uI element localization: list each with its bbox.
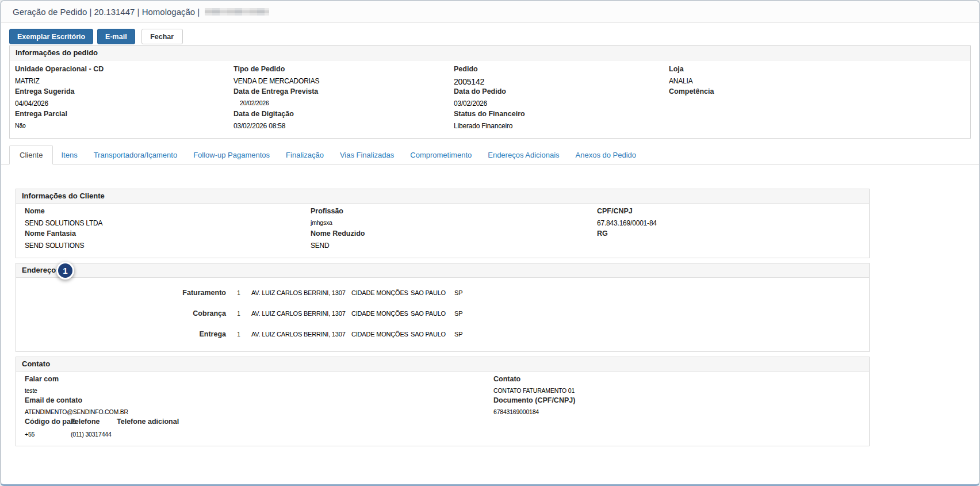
- addresses-panel: Endereços 1 Faturamento 1 AV. LUIZ CARLO…: [16, 263, 870, 352]
- tab-vias-finalizadas[interactable]: Vias Finalizadas: [332, 146, 402, 164]
- addresses-title: Endereços: [22, 266, 60, 274]
- address-state: SP: [454, 289, 477, 296]
- address-street: AV. LUIZ CARLOS BERRINI, 1307: [251, 331, 351, 338]
- app-window: Geração de Pedido | 20.131447 | Homologa…: [0, 0, 980, 486]
- tab-follow-up-pagamentos[interactable]: Follow-up Pagamentos: [185, 146, 278, 164]
- falar-com-value: teste: [25, 387, 493, 394]
- field-value: jmhgsxa: [311, 219, 597, 226]
- address-district: CIDADE MONÇÕES: [351, 289, 411, 296]
- address-seq: 1: [226, 311, 251, 317]
- field-label: Entrega Sugerida: [15, 87, 233, 95]
- telefone-value: (011) 30317444: [71, 431, 117, 438]
- order-info-panel: Informações do pedido Unidade Operaciona…: [9, 45, 971, 139]
- field-label: Unidade Operacional - CD: [15, 65, 233, 73]
- field-value: ANALIA: [669, 77, 970, 85]
- falar-com-label: Falar com: [25, 375, 493, 383]
- codigo-pais-label: Código do país: [25, 418, 71, 426]
- email-button[interactable]: E-mail: [97, 29, 135, 44]
- field-value: 2005142: [454, 77, 669, 86]
- address-state: SP: [454, 331, 477, 338]
- field-value: 20/02/2026: [233, 100, 454, 106]
- order-info-col-2: Tipo de PedidoVENDA DE MERCADORIAS Data …: [233, 65, 454, 132]
- tab-anexos-do-pedido[interactable]: Anexos do Pedido: [568, 146, 645, 164]
- addresses-body: Faturamento 1 AV. LUIZ CARLOS BERRINI, 1…: [16, 278, 869, 351]
- contato-label: Contato: [493, 375, 869, 383]
- address-district: CIDADE MONÇÕES: [351, 310, 411, 317]
- contact-body: Falar com teste Email de contato ATENDIM…: [16, 372, 869, 446]
- address-state: SP: [454, 310, 477, 317]
- address-street: AV. LUIZ CARLOS BERRINI, 1307: [251, 289, 351, 296]
- address-street: AV. LUIZ CARLOS BERRINI, 1307: [251, 310, 351, 317]
- field-value: VENDA DE MERCADORIAS: [233, 77, 454, 85]
- address-city: SAO PAULO: [411, 289, 454, 296]
- order-info-body: Unidade Operacional - CDMATRIZ Entrega S…: [10, 60, 970, 138]
- field-label: Profissão: [311, 207, 597, 215]
- documento-label: Documento (CPF/CNPJ): [493, 396, 869, 404]
- contact-header: Contato: [16, 357, 869, 372]
- tab-bar: Cliente Itens Transportadora/Içamento Fo…: [1, 146, 979, 164]
- tab-transportadora-icamento[interactable]: Transportadora/Içamento: [86, 146, 185, 164]
- field-label: Data de Digitação: [233, 110, 454, 118]
- exemplar-escritorio-button[interactable]: Exemplar Escritório: [9, 29, 93, 44]
- window-title-bar: Geração de Pedido | 20.131447 | Homologa…: [1, 1, 979, 23]
- client-info-col-2: Profissãojmhgsxa Nome ReduzidoSEND: [311, 207, 597, 252]
- address-type-label: Cobrança: [16, 309, 226, 317]
- telefone-label: Telefone: [71, 418, 117, 426]
- field-label: Nome Reduzido: [311, 229, 597, 238]
- address-district: CIDADE MONÇÕES: [351, 331, 411, 338]
- field-value: SEND SOLUTIONS: [25, 242, 311, 250]
- field-label: Data do Pedido: [454, 87, 669, 95]
- tab-enderecos-adicionais[interactable]: Endereços Adicionais: [480, 146, 567, 164]
- field-label: RG: [597, 229, 869, 238]
- field-label: Entrega Parcial: [15, 110, 233, 118]
- field-value: 67.843.169/0001-84: [597, 219, 869, 227]
- email-contato-value: ATENDIMENTO@SENDINFO.COM.BR: [25, 408, 493, 415]
- order-info-col-4: LojaANALIA Competência: [669, 65, 970, 132]
- fechar-button[interactable]: Fechar: [141, 29, 183, 44]
- address-city: SAO PAULO: [411, 310, 454, 317]
- email-contato-label: Email de contato: [25, 396, 493, 404]
- documento-value: 67843169000184: [493, 408, 869, 415]
- tab-cliente[interactable]: Cliente: [9, 146, 53, 164]
- field-value: Liberado Financeiro: [454, 122, 669, 130]
- tab-finalizacao[interactable]: Finalização: [278, 146, 332, 164]
- client-info-panel: Informações do Cliente NomeSEND SOLUTION…: [16, 189, 870, 258]
- tab-content-cliente: Informações do Cliente NomeSEND SOLUTION…: [16, 164, 870, 446]
- field-value: SEND: [311, 242, 597, 250]
- phone-fields: Código do país Telefone Telefone adicion…: [25, 418, 493, 438]
- toolbar: Exemplar Escritório E-mail Fechar: [1, 23, 979, 44]
- codigo-pais-value: +55: [25, 431, 71, 438]
- field-label: Status do Financeiro: [454, 110, 669, 118]
- field-label: Nome: [25, 207, 311, 215]
- field-value: Não: [15, 122, 233, 129]
- address-row: Cobrança 1 AV. LUIZ CARLOS BERRINI, 1307…: [16, 303, 869, 324]
- field-value: 03/02/2026 08:58: [233, 122, 454, 130]
- order-info-header: Informações do pedido: [10, 46, 970, 60]
- field-label: Loja: [669, 65, 970, 73]
- field-label: Nome Fantasia: [25, 229, 311, 238]
- addresses-header: Endereços 1: [16, 263, 869, 278]
- field-value: 04/04/2026: [15, 100, 233, 108]
- field-value: MATRIZ: [15, 77, 233, 85]
- tab-comprometimento[interactable]: Comprometimento: [402, 146, 480, 164]
- address-seq: 1: [226, 290, 251, 296]
- address-seq: 1: [226, 331, 251, 338]
- field-label: Pedido: [454, 65, 669, 73]
- page-title: Geração de Pedido | 20.131447 | Homologa…: [13, 7, 200, 17]
- address-type-label: Entrega: [16, 330, 226, 338]
- field-value: 03/02/2026: [454, 100, 669, 108]
- field-value: SEND SOLUTIONS LTDA: [25, 219, 311, 227]
- annotation-step-badge: 1: [56, 262, 74, 280]
- field-label: CPF/CNPJ: [597, 207, 869, 215]
- telefone-adicional-value: [117, 431, 493, 438]
- client-info-body: NomeSEND SOLUTIONS LTDA Nome FantasiaSEN…: [16, 204, 869, 258]
- client-info-col-1: NomeSEND SOLUTIONS LTDA Nome FantasiaSEN…: [25, 207, 311, 252]
- address-type-label: Faturamento: [16, 289, 226, 297]
- field-label: Tipo de Pedido: [233, 65, 454, 73]
- address-row: Entrega 1 AV. LUIZ CARLOS BERRINI, 1307 …: [16, 324, 869, 345]
- contact-col-left: Falar com teste Email de contato ATENDIM…: [25, 375, 493, 438]
- order-info-col-1: Unidade Operacional - CDMATRIZ Entrega S…: [15, 65, 233, 132]
- contato-value: CONTATO FATURAMENTO 01: [493, 387, 869, 394]
- redacted-username: [205, 8, 269, 16]
- tab-itens[interactable]: Itens: [53, 146, 85, 164]
